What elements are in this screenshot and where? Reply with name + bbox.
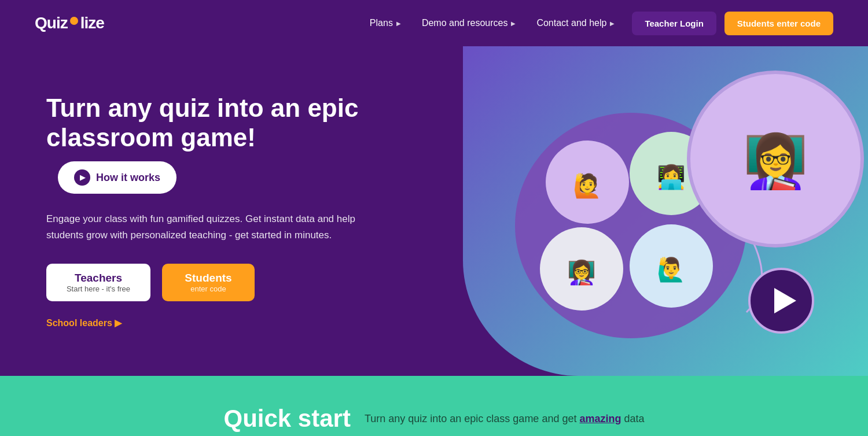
- logo-text-alize: lize: [80, 14, 104, 32]
- hero-illustration: 🙋 👩‍💻 👩‍🏫 🙋‍♂️ 👩‍🏫: [492, 46, 868, 376]
- nav-label-demo: Demo and resources: [422, 18, 508, 28]
- hero-content: Turn any quiz into an epic classroom gam…: [0, 59, 405, 363]
- quick-start-highlight: amazing: [579, 413, 621, 424]
- nav-item-contact[interactable]: Contact and help ▶: [536, 18, 615, 28]
- plans-arrow-icon: ▶: [396, 20, 401, 27]
- students-button-sub: enter code: [178, 284, 238, 293]
- svg-text:🙋: 🙋: [573, 172, 602, 199]
- nav-label-plans: Plans: [370, 18, 393, 28]
- how-it-works-play-icon: ▶: [74, 169, 90, 186]
- logo-dot: [70, 17, 78, 25]
- hero-title-line2: classroom game!: [46, 123, 256, 152]
- quick-start-subtitle-suffix: data: [621, 413, 644, 424]
- teachers-button-main: Teachers: [62, 272, 134, 284]
- nav-item-demo[interactable]: Demo and resources ▶: [422, 18, 516, 28]
- logo-text-quiz: Quiz: [35, 14, 68, 32]
- quick-start-title: Quick start: [223, 405, 350, 433]
- teachers-button[interactable]: Teachers Start here - it's free: [46, 264, 150, 301]
- svg-text:👩‍🏫: 👩‍🏫: [743, 131, 808, 193]
- hero-description: Engage your class with fun gamified quiz…: [46, 211, 359, 242]
- how-it-works-label: How it works: [96, 172, 160, 184]
- demo-arrow-icon: ▶: [511, 20, 516, 27]
- hero-title-line1: Turn any quiz into an epic: [46, 94, 358, 122]
- hero-title: Turn any quiz into an epic classroom gam…: [46, 94, 358, 152]
- hero-title-group: Turn any quiz into an epic classroom gam…: [46, 94, 359, 194]
- how-it-works-button[interactable]: ▶ How it works: [58, 161, 176, 194]
- nav-links: Plans ▶ Demo and resources ▶ Contact and…: [370, 18, 615, 28]
- school-leaders-link[interactable]: School leaders ▶: [46, 317, 122, 328]
- illustration-svg: 🙋 👩‍💻 👩‍🏫 🙋‍♂️ 👩‍🏫: [492, 46, 868, 376]
- teachers-button-sub: Start here - it's free: [62, 284, 134, 293]
- hero-cta-row: Teachers Start here - it's free Students…: [46, 264, 359, 301]
- teacher-login-button[interactable]: Teacher Login: [632, 12, 716, 35]
- school-leaders-label: School leaders ▶: [46, 317, 122, 328]
- quick-start-section: Quick start Turn any quiz into an epic c…: [0, 376, 868, 436]
- contact-arrow-icon: ▶: [610, 20, 615, 27]
- students-button-main: Students: [178, 272, 238, 284]
- students-button[interactable]: Students enter code: [162, 264, 255, 301]
- nav-label-contact: Contact and help: [536, 18, 606, 28]
- svg-text:👩‍🏫: 👩‍🏫: [567, 258, 596, 286]
- nav-buttons: Teacher Login Students enter code: [632, 12, 833, 35]
- nav-item-plans[interactable]: Plans ▶: [370, 18, 401, 28]
- quick-start-subtitle-prefix: Turn any quiz into an epic class game an…: [365, 413, 580, 424]
- students-enter-code-button[interactable]: Students enter code: [724, 12, 833, 35]
- navbar: Quizlize Plans ▶ Demo and resources ▶ Co…: [0, 0, 868, 46]
- svg-text:🙋‍♂️: 🙋‍♂️: [657, 256, 686, 283]
- quick-start-header: Quick start Turn any quiz into an epic c…: [35, 405, 833, 433]
- logo[interactable]: Quizlize: [35, 14, 104, 32]
- svg-text:👩‍💻: 👩‍💻: [657, 163, 686, 191]
- hero-section: 🙋 👩‍💻 👩‍🏫 🙋‍♂️ 👩‍🏫 Turn any qui: [0, 46, 868, 376]
- quick-start-subtitle: Turn any quiz into an epic class game an…: [365, 413, 645, 425]
